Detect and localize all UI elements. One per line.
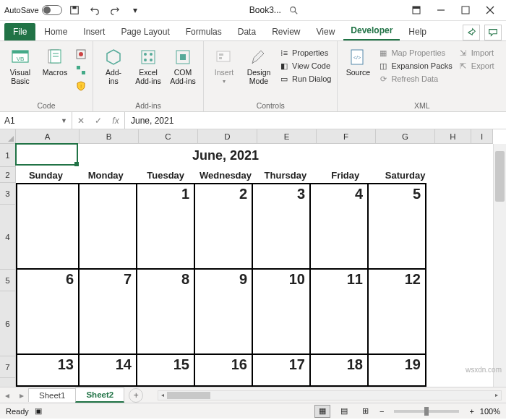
cancel-formula-button[interactable]: ✕ <box>72 116 90 126</box>
column-headers[interactable]: A B C D E F G H I <box>16 129 493 144</box>
ribbon-tabs: File Home Insert Page Layout Formulas Da… <box>0 21 506 41</box>
undo-button[interactable] <box>87 2 103 18</box>
close-button[interactable] <box>479 1 502 19</box>
formula-input[interactable]: June, 2021 <box>125 112 506 129</box>
insert-control-button[interactable]: Insert▾ <box>208 44 240 85</box>
col-header-b[interactable]: B <box>80 129 139 143</box>
addins-icon <box>103 47 124 67</box>
normal-view-button[interactable]: ▦ <box>314 405 330 418</box>
ribbon-display-button[interactable] <box>405 1 428 19</box>
calendar-day-headers: Sunday Monday Tuesday Wednesday Thursday… <box>16 167 435 183</box>
svg-line-3 <box>295 12 298 14</box>
addins-button[interactable]: Add- ins <box>98 44 129 85</box>
import-button[interactable]: ⇲Import <box>457 47 496 59</box>
refresh-data-button[interactable]: ⟳Refresh Data <box>377 73 453 85</box>
tab-formulas[interactable]: Formulas <box>179 23 229 40</box>
enter-formula-button[interactable]: ✓ <box>90 116 107 126</box>
fx-button[interactable]: fx <box>107 116 124 126</box>
record-macro-button[interactable] <box>74 47 88 61</box>
share-button[interactable] <box>463 25 480 40</box>
group-label-addins: Add-ins <box>98 100 199 110</box>
tab-developer[interactable]: Developer <box>343 22 400 40</box>
qat-dropdown[interactable]: ▾ <box>127 2 143 18</box>
col-header-i[interactable]: I <box>471 129 493 143</box>
svg-point-23 <box>144 53 147 56</box>
macro-security-button[interactable]: ! <box>74 79 88 93</box>
tab-data[interactable]: Data <box>231 23 263 40</box>
save-button[interactable] <box>67 2 82 18</box>
group-code: VB Visual Basic Macros ! Code <box>0 41 93 111</box>
tab-help[interactable]: Help <box>401 23 434 40</box>
tab-insert[interactable]: Insert <box>76 23 112 40</box>
zoom-slider[interactable] <box>394 410 459 413</box>
toggle-off-icon[interactable] <box>42 5 62 15</box>
worksheet-grid[interactable]: A B C D E F G H I 1 2 3 4 5 6 7 June, 20… <box>0 129 506 387</box>
page-layout-view-button[interactable]: ▤ <box>336 405 352 418</box>
col-header-h[interactable]: H <box>435 129 471 143</box>
design-mode-button[interactable]: Design Mode <box>243 44 275 85</box>
col-header-c[interactable]: C <box>139 129 198 143</box>
scroll-left-icon[interactable]: ◂ <box>158 391 167 400</box>
view-code-icon: ◧ <box>279 61 289 71</box>
document-name: Book3... <box>249 5 281 15</box>
tab-page-layout[interactable]: Page Layout <box>113 23 176 40</box>
export-icon: ⇱ <box>458 61 468 71</box>
svg-rect-7 <box>462 7 469 14</box>
col-header-g[interactable]: G <box>376 129 435 143</box>
sheet-tab-sheet2[interactable]: Sheet2 <box>75 387 124 403</box>
sheet-nav-prev[interactable]: ◂ <box>0 390 14 400</box>
page-break-view-button[interactable]: ⊞ <box>358 405 374 418</box>
sheet-tab-sheet1[interactable]: Sheet1 <box>28 388 76 402</box>
cells-area[interactable]: June, 2021 Sunday Monday Tuesday Wednesd… <box>16 144 493 387</box>
export-button[interactable]: ⇱Export <box>457 60 496 72</box>
excel-addins-button[interactable]: Excel Add-ins <box>132 44 164 85</box>
group-controls: Insert▾ Design Mode ⁞≡Properties ◧View C… <box>204 41 338 111</box>
svg-point-18 <box>79 52 83 56</box>
insert-control-icon <box>214 47 234 67</box>
zoom-in-button[interactable]: + <box>469 407 473 416</box>
macro-record-icon[interactable]: ▣ <box>35 406 42 416</box>
col-header-d[interactable]: D <box>198 129 257 143</box>
com-addins-button[interactable]: COM Add-ins <box>167 44 199 85</box>
run-dialog-button[interactable]: ▭Run Dialog <box>278 73 333 85</box>
file-tab[interactable]: File <box>4 23 35 40</box>
vertical-scrollbar[interactable] <box>493 144 506 387</box>
scroll-thumb[interactable] <box>495 151 505 202</box>
chevron-down-icon[interactable]: ▼ <box>61 117 67 124</box>
redo-button[interactable] <box>107 2 123 18</box>
comments-button[interactable] <box>484 25 502 40</box>
map-properties-button[interactable]: ▦Map Properties <box>377 47 453 59</box>
col-header-f[interactable]: F <box>317 129 376 143</box>
scroll-right-icon[interactable]: ▸ <box>492 391 501 400</box>
row-headers[interactable]: 1 2 3 4 5 6 7 <box>0 144 16 387</box>
hscroll-thumb[interactable] <box>167 392 210 399</box>
autosave-toggle[interactable]: AutoSave <box>4 5 62 15</box>
properties-icon: ⁞≡ <box>279 48 289 58</box>
search-icon[interactable] <box>288 5 299 15</box>
macros-button[interactable]: Macros <box>39 44 71 77</box>
col-header-a[interactable]: A <box>16 129 80 143</box>
expansion-packs-button[interactable]: ◫Expansion Packs <box>377 60 453 72</box>
properties-button[interactable]: ⁞≡Properties <box>278 47 333 59</box>
svg-rect-29 <box>217 51 230 61</box>
zoom-out-button[interactable]: − <box>380 407 384 416</box>
maximize-button[interactable] <box>454 1 477 19</box>
col-header-e[interactable]: E <box>257 129 317 143</box>
zoom-level[interactable]: 100% <box>480 407 500 416</box>
source-button[interactable]: </> Source <box>342 44 374 77</box>
tab-review[interactable]: Review <box>265 23 307 40</box>
svg-text:VB: VB <box>17 56 25 62</box>
sheet-nav-next[interactable]: ▸ <box>14 390 29 400</box>
tab-home[interactable]: Home <box>37 23 74 40</box>
minimize-button[interactable] <box>429 1 453 19</box>
tab-view[interactable]: View <box>309 23 343 40</box>
horizontal-scrollbar[interactable]: ◂ ▸ <box>158 390 502 400</box>
add-sheet-button[interactable]: + <box>129 388 143 403</box>
name-box[interactable]: A1 ▼ <box>0 112 72 129</box>
select-all-button[interactable] <box>0 129 16 144</box>
group-addins: Add- ins Excel Add-ins COM Add-ins Add-i… <box>93 41 204 111</box>
use-relative-refs-button[interactable] <box>74 63 88 77</box>
design-mode-icon <box>249 47 269 67</box>
view-code-button[interactable]: ◧View Code <box>278 60 333 72</box>
visual-basic-button[interactable]: VB Visual Basic <box>4 44 36 85</box>
